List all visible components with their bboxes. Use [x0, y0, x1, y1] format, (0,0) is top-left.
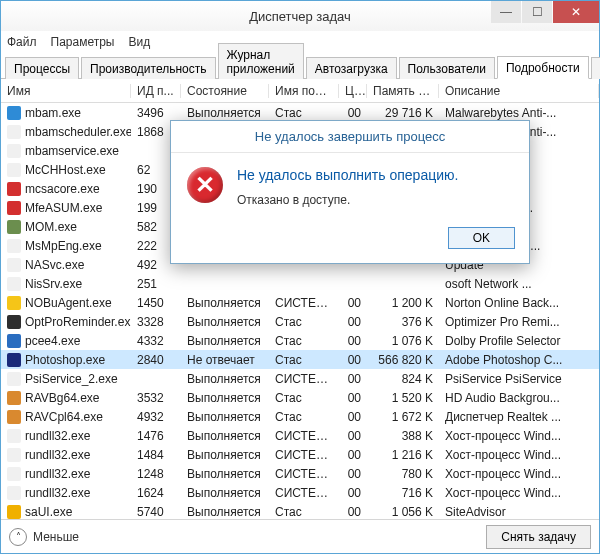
process-name: rundll32.exe [25, 467, 90, 481]
process-cpu: 00 [339, 429, 367, 443]
process-icon [7, 372, 21, 386]
col-status[interactable]: Состояние [181, 84, 269, 98]
col-pid[interactable]: ИД п... [131, 84, 181, 98]
tab-4[interactable]: Пользователи [399, 57, 495, 79]
process-status: Выполняется [181, 486, 269, 500]
error-icon: ✕ [187, 167, 223, 203]
process-cpu: 00 [339, 353, 367, 367]
menu-options[interactable]: Параметры [51, 35, 115, 49]
process-icon [7, 505, 21, 519]
tab-2[interactable]: Журнал приложений [218, 43, 304, 79]
process-icon [7, 486, 21, 500]
process-row[interactable]: saUI.exe5740ВыполняетсяСтас001 056 KSite… [1, 502, 599, 519]
dialog-ok-button[interactable]: OK [448, 227, 515, 249]
process-mem: 1 076 K [367, 334, 439, 348]
process-desc: Диспетчер Realtek ... [439, 410, 599, 424]
fewer-details-button[interactable]: ˄ Меньше [9, 528, 79, 546]
menu-view[interactable]: Вид [128, 35, 150, 49]
column-headers[interactable]: Имя ИД п... Состояние Имя польз... ЦП Па… [1, 79, 599, 103]
process-name: RAVCpl64.exe [25, 410, 103, 424]
process-row[interactable]: RAVBg64.exe3532ВыполняетсяСтас001 520 KH… [1, 388, 599, 407]
process-status: Выполняется [181, 391, 269, 405]
col-desc[interactable]: Описание [439, 84, 599, 98]
process-user: СИСТЕМА [269, 429, 339, 443]
col-user[interactable]: Имя польз... [269, 84, 339, 98]
process-name: RAVBg64.exe [25, 391, 100, 405]
process-desc: Хост-процесс Wind... [439, 448, 599, 462]
process-desc: osoft Network ... [439, 277, 599, 291]
process-cpu: 00 [339, 296, 367, 310]
process-desc: SiteAdvisor [439, 505, 599, 519]
col-name[interactable]: Имя [1, 84, 131, 98]
process-user: Стас [269, 106, 339, 120]
tab-1[interactable]: Производительность [81, 57, 215, 79]
process-cpu: 00 [339, 391, 367, 405]
dialog-subtext: Отказано в доступе. [237, 193, 513, 207]
process-row[interactable]: Photoshop.exe2840Не отвечаетСтас00566 82… [1, 350, 599, 369]
maximize-button[interactable]: ☐ [522, 1, 552, 23]
process-mem: 1 520 K [367, 391, 439, 405]
process-row[interactable]: NOBuAgent.exe1450ВыполняетсяСИСТЕМА001 2… [1, 293, 599, 312]
process-status: Выполняется [181, 106, 269, 120]
bottom-bar: ˄ Меньше Снять задачу [1, 519, 599, 553]
tab-3[interactable]: Автозагрузка [306, 57, 397, 79]
process-row[interactable]: rundll32.exe1248ВыполняетсяСИСТЕМА00780 … [1, 464, 599, 483]
process-user: Стас [269, 391, 339, 405]
chevron-up-icon: ˄ [9, 528, 27, 546]
process-row[interactable]: rundll32.exe1476ВыполняетсяСИСТЕМА00388 … [1, 426, 599, 445]
process-name: PsiService_2.exe [25, 372, 118, 386]
process-desc: Norton Online Back... [439, 296, 599, 310]
process-mem: 388 K [367, 429, 439, 443]
process-icon [7, 296, 21, 310]
minimize-button[interactable]: — [491, 1, 521, 23]
tab-strip: ПроцессыПроизводительностьЖурнал приложе… [1, 53, 599, 79]
process-cpu: 00 [339, 467, 367, 481]
process-row[interactable]: NisSrv.exe251osoft Network ... [1, 274, 599, 293]
process-pid: 1450 [131, 296, 181, 310]
tab-6[interactable]: С [591, 57, 600, 79]
process-row[interactable]: rundll32.exe1624ВыполняетсяСИСТЕМА00716 … [1, 483, 599, 502]
process-user: Стас [269, 334, 339, 348]
process-mem: 29 716 K [367, 106, 439, 120]
end-task-button[interactable]: Снять задачу [486, 525, 591, 549]
process-icon [7, 391, 21, 405]
process-row[interactable]: OptProReminder.exe3328ВыполняетсяСтас003… [1, 312, 599, 331]
process-cpu: 00 [339, 448, 367, 462]
process-name: NOBuAgent.exe [25, 296, 112, 310]
tab-5[interactable]: Подробности [497, 56, 589, 79]
process-row[interactable]: rundll32.exe1484ВыполняетсяСИСТЕМА001 21… [1, 445, 599, 464]
process-icon [7, 201, 21, 215]
process-desc: Хост-процесс Wind... [439, 429, 599, 443]
process-pid: 5740 [131, 505, 181, 519]
process-desc: Хост-процесс Wind... [439, 467, 599, 481]
process-desc: Adobe Photoshop C... [439, 353, 599, 367]
col-mem[interactable]: Память (ч... [367, 84, 439, 98]
process-name: mbamscheduler.exe [25, 125, 131, 139]
process-status: Выполняется [181, 467, 269, 481]
process-name: rundll32.exe [25, 448, 90, 462]
process-name: MfeASUM.exe [25, 201, 102, 215]
process-name: mbamservice.exe [25, 144, 119, 158]
process-row[interactable]: PsiService_2.exeВыполняетсяСИСТЕМА00824 … [1, 369, 599, 388]
process-status: Не отвечает [181, 353, 269, 367]
process-mem: 566 820 K [367, 353, 439, 367]
tab-0[interactable]: Процессы [5, 57, 79, 79]
menu-file[interactable]: Файл [7, 35, 37, 49]
process-cpu: 00 [339, 505, 367, 519]
col-cpu[interactable]: ЦП [339, 84, 367, 98]
process-pid: 1476 [131, 429, 181, 443]
task-manager-window: Диспетчер задач — ☐ ✕ Файл Параметры Вид… [0, 0, 600, 554]
process-name: MsMpEng.exe [25, 239, 102, 253]
process-mem: 1 056 K [367, 505, 439, 519]
process-desc: HD Audio Backgrou... [439, 391, 599, 405]
process-row[interactable]: RAVCpl64.exe4932ВыполняетсяСтас001 672 K… [1, 407, 599, 426]
process-name: OptProReminder.exe [25, 315, 131, 329]
close-button[interactable]: ✕ [553, 1, 599, 23]
process-user: Стас [269, 315, 339, 329]
error-dialog: Не удалось завершить процесс ✕ Не удалос… [170, 120, 530, 264]
process-status: Выполняется [181, 334, 269, 348]
titlebar[interactable]: Диспетчер задач — ☐ ✕ [1, 1, 599, 31]
process-icon [7, 239, 21, 253]
process-row[interactable]: pcee4.exe4332ВыполняетсяСтас001 076 KDol… [1, 331, 599, 350]
process-icon [7, 220, 21, 234]
